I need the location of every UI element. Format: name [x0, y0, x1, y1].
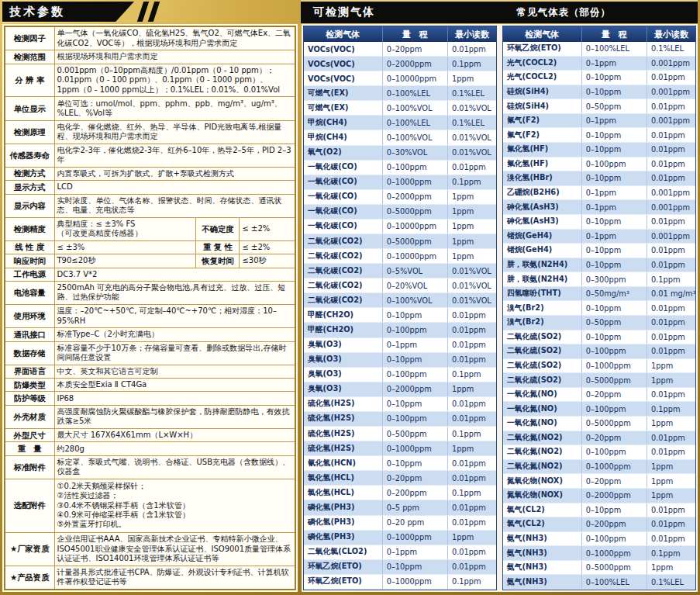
gas-range-cell: 0–5000ppm — [582, 561, 647, 575]
gas-range-cell: 0–20 ppm — [383, 516, 448, 530]
technical-specs-table: 检测因子单一气体（一氧化碳CO、硫化氢H2S、氧气O2、可燃气体Ex、二氧化碳C… — [4, 26, 296, 590]
gas-min-reading-cell: 0.01ppm — [647, 445, 695, 459]
gas-min-reading-cell: 1ppm — [647, 561, 695, 575]
gas-range-cell: 0–10ppm — [582, 258, 647, 272]
spec-label: 选配附件 — [5, 479, 54, 532]
gas-row: VOCs(VOC)0–20ppm0.01ppm — [304, 42, 496, 57]
gas-min-reading-cell: 0.01ppm — [647, 128, 695, 142]
gas-min-reading-cell: 1ppm — [448, 441, 496, 455]
tech-params-title: 技术参数 — [9, 5, 65, 19]
gas-row: 氨气(NH3)0–1000ppm0.1ppm — [503, 546, 695, 561]
gas-range-cell: 0–100%VOL — [383, 101, 448, 115]
gas-range-cell: 0–10000ppm — [383, 249, 448, 263]
spec-sublabel: 不确定度 — [196, 217, 240, 240]
black-stripe-decoration — [137, 2, 149, 22]
gas-min-reading-cell: 0.01%VOL — [448, 264, 496, 278]
gas-row: 肼，联氨(N2H4)0–300ppm0.1ppm — [503, 272, 695, 287]
gas-row: 溴气(Br2)0–10ppm0.01ppm — [503, 301, 695, 316]
gas-name-cell: 二氧化氮(NO2) — [503, 460, 582, 474]
gas-range-cell: 0–10ppm — [582, 171, 647, 185]
gas-range-cell: 0–1ppm — [582, 230, 647, 244]
gas-name-cell: 二氧化硫(SO2) — [503, 330, 582, 344]
gas-row: 二氧化氮(NO2)0–100ppm0.01ppm — [503, 445, 695, 460]
spec-value: 内置泵吸式，可拆为扩散式、扩散+泵吸式检测方式 — [54, 167, 295, 180]
gas-name-cell: 硅烷(SiH4) — [503, 85, 582, 99]
gas-range-cell: 0–1ppm — [383, 338, 448, 352]
spec-label: 传感器寿命 — [5, 144, 54, 167]
gas-min-reading-cell: 0.001ppm — [647, 85, 695, 99]
gas-name-cell: 氮氧化物(NOX) — [503, 474, 582, 488]
gas-min-reading-cell: 0.01 mg/m³ — [647, 287, 695, 301]
gas-row: VOCs(VOC)0–10000ppm1ppm — [304, 71, 496, 86]
spec-row: 电池容量2500mAh 可充电的高分子聚合物电池,具有过充、过放、过压、短路、过… — [5, 281, 295, 304]
gas-name-cell: 乙硼烷(B2H6) — [503, 186, 582, 200]
gas-min-reading-cell: 1ppm — [647, 373, 695, 387]
spec-label: 电池容量 — [5, 281, 54, 304]
gas-name-cell: 氯气(CL2) — [503, 517, 582, 531]
spec-label: 检测范围 — [5, 50, 54, 64]
gas-row: 可燃气(EX)0–100%VOL0.01%VOL — [304, 101, 496, 116]
gas-row: 环氧乙烷(ETO)0–1000ppm0.1ppm — [304, 575, 496, 590]
gas-table-body: 环氧乙烷(ETO)0–100%LEL0.1%LEL光气(COCL2)0–1ppm… — [503, 42, 695, 590]
gas-row: 环氧乙烷(ETO)0–100%LEL0.1%LEL — [503, 42, 695, 57]
gas-min-reading-cell: 0.1%LEL — [448, 86, 496, 100]
gas-name-cell: 氟气(F2) — [503, 128, 582, 142]
gas-name-cell: 锗烷(GeH4) — [503, 244, 582, 258]
gas-range-cell: 0–100%VOL — [383, 130, 448, 144]
gas-min-reading-cell: 0.01ppm — [448, 471, 496, 485]
gas-range-cell: 0–1ppm — [582, 186, 647, 200]
gas-row: 一氧化碳(CO)0–100ppm0.01ppm — [304, 161, 496, 175]
gas-name-cell: 甲醛(CH2O) — [304, 323, 383, 337]
gas-name-cell: 二氧化碳(CO2) — [304, 293, 383, 307]
gas-min-reading-cell: 0.01ppm — [647, 330, 695, 344]
gas-range-cell: 0–20ppm — [582, 474, 647, 488]
gas-min-reading-cell: 0.1ppm — [448, 486, 496, 500]
gas-min-reading-cell: 0.001ppm — [647, 114, 695, 128]
gas-min-reading-cell: 0.001ppm — [647, 57, 695, 71]
gas-row: 甲醛(CH2O)0–100ppm0.01ppm — [304, 323, 496, 337]
gas-range-cell: 0–10ppm — [383, 353, 448, 367]
gas-range-cell: 0–20ppm — [383, 42, 448, 56]
gas-min-reading-cell: 0.01ppm — [448, 353, 496, 367]
gas-min-reading-cell: 0.01ppm — [647, 532, 695, 546]
gas-name-cell: 硅烷(SiH4) — [503, 99, 582, 113]
gas-row: 甲醛(CH2O)0–10ppm0.01ppm — [304, 308, 496, 323]
technical-specs-table-body: 检测因子单一气体（一氧化碳CO、硫化氢H2S、氧气O2、可燃气体Ex、二氧化碳C… — [5, 26, 295, 590]
spec-sublabel: 重 复 性 — [196, 240, 240, 254]
gas-min-reading-cell: 0.01%VOL — [448, 146, 496, 160]
gas-range-cell: 0–1000ppm — [582, 546, 647, 560]
gas-name-cell: VOCs(VOC) — [304, 57, 383, 71]
gas-range-cell: 0–100ppm — [582, 402, 647, 416]
gas-min-reading-cell: 0.01ppm — [448, 308, 496, 322]
gas-min-reading-cell: 0.1ppm — [448, 368, 496, 382]
gas-table-header-row: 检测气体量 程最小读数 — [304, 26, 496, 42]
gas-row: 锗烷(GeH4)0–10ppm0.01ppm — [503, 244, 695, 258]
gas-row: 一氧化碳(CO)0–10000ppm1ppm — [304, 220, 496, 234]
spec-row: 单位显示单位可选：umol/mol、ppm、pphm、ppb、mg/m³、ug/… — [5, 97, 295, 120]
gas-table-subtitle: 常见气体表（部份） — [517, 6, 612, 19]
gas-min-reading-cell: 0.01ppm — [647, 171, 695, 185]
gas-name-cell: 甲烷(CH4) — [304, 116, 383, 130]
gas-row: 光气(COCL2)0–10ppm0.01ppm — [503, 71, 695, 85]
gas-min-reading-cell: 0.01ppm — [647, 143, 695, 157]
spec-value: 电化学、催化燃烧、红外、热导、半导体、PID光致电离等,根据量程、现场环境和用户… — [54, 120, 295, 144]
gas-row: 氮氧化物(NOX)0–20ppm1ppm — [503, 474, 695, 489]
spec-value: 典型精度：≤ ±3% FS （可改更高精度传感器） — [54, 217, 196, 240]
gas-table-header-cell: 检测气体 — [304, 26, 383, 42]
gas-row: 光气(COCL2)0–1ppm0.001ppm — [503, 57, 695, 71]
gas-min-reading-cell: 0.01ppm — [448, 412, 496, 426]
gas-min-reading-cell: 0.01ppm — [647, 388, 695, 402]
gas-range-cell: 0–10ppm — [383, 308, 448, 322]
gas-row: 一氧化碳(CO)0–5000ppm1ppm — [304, 205, 496, 220]
spec-sublabel: 恢复时间 — [196, 254, 240, 268]
spec-label: 防护等级 — [5, 392, 54, 405]
gas-min-reading-cell: 0.01ppm — [448, 516, 496, 530]
gas-row: 氟气(F2)0–1ppm0.001ppm — [503, 114, 695, 129]
gas-min-reading-cell: 0.01ppm — [448, 161, 496, 175]
gas-min-reading-cell: 0.01%VOL — [448, 293, 496, 307]
gas-min-reading-cell: 0.01ppm — [647, 71, 695, 85]
gas-min-reading-cell: 0.1ppm — [448, 57, 496, 71]
spec-value: 约280g — [54, 442, 295, 455]
gas-range-cell: 0–50ppm — [582, 99, 647, 113]
gas-name-cell: 甲醛(CH2O) — [304, 308, 383, 322]
